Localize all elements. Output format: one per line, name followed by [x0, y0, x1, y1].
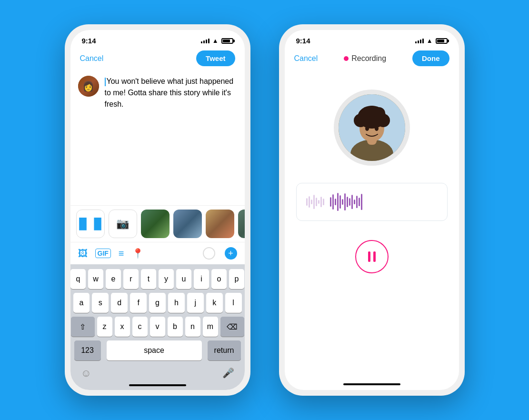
- key-z[interactable]: z: [97, 317, 112, 337]
- key-w[interactable]: w: [88, 269, 103, 289]
- key-k[interactable]: k: [206, 293, 223, 313]
- wifi-icon-1: ▲: [212, 37, 219, 44]
- cancel-button-2[interactable]: Cancel: [294, 54, 318, 63]
- recording-dot: [344, 56, 349, 61]
- thread-circle: [203, 247, 215, 260]
- camera-icon: 📷: [116, 218, 129, 230]
- status-time-2: 9:14: [296, 37, 310, 45]
- key-v[interactable]: v: [150, 317, 165, 337]
- status-bar-2: 9:14 ▲: [285, 30, 459, 47]
- cancel-button-1[interactable]: Cancel: [80, 54, 104, 63]
- svg-point-11: [365, 126, 369, 131]
- key-x[interactable]: x: [115, 317, 130, 337]
- home-indicator-1: [129, 384, 186, 386]
- keyboard: q w e r t y u i o p a s d f g h j k l: [70, 264, 245, 390]
- pause-icon: [368, 251, 376, 262]
- key-row-1: q w e r t y u i o p: [73, 269, 242, 289]
- waveform-container: [296, 183, 448, 221]
- pause-bar-left: [368, 251, 370, 262]
- home-indicator-2: [343, 383, 400, 385]
- nav-bar-2: Cancel Recording Done: [285, 47, 459, 72]
- key-a[interactable]: a: [73, 293, 90, 313]
- phone-1: 9:14 ▲ Cancel Tweet 👩 You won't believ: [65, 24, 250, 396]
- recording-label: Recording: [351, 54, 386, 63]
- key-space[interactable]: space: [107, 340, 202, 360]
- camera-button[interactable]: 📷: [109, 210, 137, 238]
- photo-thumb-3[interactable]: [206, 210, 234, 238]
- phone-2: 9:14 ▲ Cancel Recording Done: [279, 24, 465, 396]
- key-r[interactable]: r: [123, 269, 139, 289]
- status-icons-2: ▲: [415, 37, 448, 44]
- poll-icon[interactable]: ≡: [119, 248, 124, 259]
- add-button[interactable]: +: [225, 247, 237, 260]
- key-y[interactable]: y: [159, 269, 174, 289]
- key-d[interactable]: d: [111, 293, 128, 313]
- compose-area: 👩 You won't believe what just happened t…: [70, 72, 245, 205]
- key-shift[interactable]: ⇧: [71, 317, 95, 337]
- key-e[interactable]: e: [106, 269, 121, 289]
- text-cursor: [105, 78, 106, 86]
- emoji-mic-row: ☺ 🎤: [73, 364, 242, 381]
- key-s[interactable]: s: [92, 293, 109, 313]
- signal-icon-1: [201, 39, 210, 43]
- status-time-1: 9:14: [82, 37, 96, 45]
- key-f[interactable]: f: [130, 293, 147, 313]
- waveform-icon: ▐▌▐▌: [75, 218, 105, 230]
- key-row-4: 123 space return: [73, 340, 242, 360]
- battery-icon-1: [221, 38, 233, 44]
- media-picker: ▐▌▐▌ 📷: [70, 205, 245, 242]
- mic-icon[interactable]: 🎤: [222, 367, 234, 380]
- image-icon[interactable]: 🖼: [78, 248, 88, 259]
- key-return[interactable]: return: [208, 340, 241, 360]
- location-icon[interactable]: 📍: [132, 248, 144, 259]
- audio-avatar-area: [285, 72, 459, 173]
- pause-bar-right: [373, 251, 376, 262]
- pause-button[interactable]: [355, 240, 389, 273]
- key-i[interactable]: i: [194, 269, 209, 289]
- svg-point-10: [366, 106, 378, 117]
- tweet-button[interactable]: Tweet: [196, 50, 235, 66]
- key-c[interactable]: c: [132, 317, 148, 337]
- key-g[interactable]: g: [149, 293, 166, 313]
- nav-bar-1: Cancel Tweet: [70, 47, 245, 72]
- key-m[interactable]: m: [203, 317, 218, 337]
- battery-icon-2: [436, 38, 448, 44]
- status-bar-1: 9:14 ▲: [70, 30, 245, 47]
- pause-button-area: [285, 230, 459, 288]
- compose-toolbar: 🖼 GIF ≡ 📍 +: [70, 242, 245, 264]
- key-p[interactable]: p: [229, 269, 244, 289]
- emoji-icon[interactable]: ☺: [81, 367, 91, 380]
- recording-indicator: Recording: [344, 54, 386, 63]
- audio-avatar-circle: [334, 90, 410, 166]
- key-o[interactable]: o: [211, 269, 227, 289]
- key-row-2: a s d f g h j k l: [73, 293, 242, 313]
- key-delete[interactable]: ⌫: [220, 317, 244, 337]
- photo-thumb-4[interactable]: [238, 210, 245, 238]
- key-u[interactable]: u: [176, 269, 191, 289]
- key-numbers[interactable]: 123: [74, 340, 101, 360]
- audio-avatar-image: [339, 94, 405, 161]
- photo-thumb-1[interactable]: [141, 210, 170, 238]
- avatar-1: 👩: [78, 76, 99, 97]
- key-l[interactable]: l: [225, 293, 242, 313]
- waveform-past: [306, 195, 324, 209]
- key-n[interactable]: n: [185, 317, 200, 337]
- signal-icon-2: [415, 39, 424, 43]
- key-b[interactable]: b: [168, 317, 183, 337]
- key-h[interactable]: h: [168, 293, 185, 313]
- wifi-icon-2: ▲: [427, 37, 433, 44]
- key-t[interactable]: t: [141, 269, 156, 289]
- gif-button[interactable]: GIF: [95, 249, 111, 258]
- status-icons-1: ▲: [201, 37, 233, 44]
- waveform-active: [330, 193, 362, 211]
- photo-thumb-2[interactable]: [173, 210, 202, 238]
- svg-point-12: [375, 126, 379, 131]
- audio-button[interactable]: ▐▌▐▌: [76, 210, 105, 238]
- key-j[interactable]: j: [187, 293, 204, 313]
- waveform-area: [285, 173, 459, 230]
- tweet-text-field[interactable]: You won't believe what just happened to …: [105, 76, 237, 201]
- key-q[interactable]: q: [70, 269, 86, 289]
- key-row-3: ⇧ z x c v b n m ⌫: [73, 317, 242, 337]
- done-button[interactable]: Done: [412, 50, 449, 66]
